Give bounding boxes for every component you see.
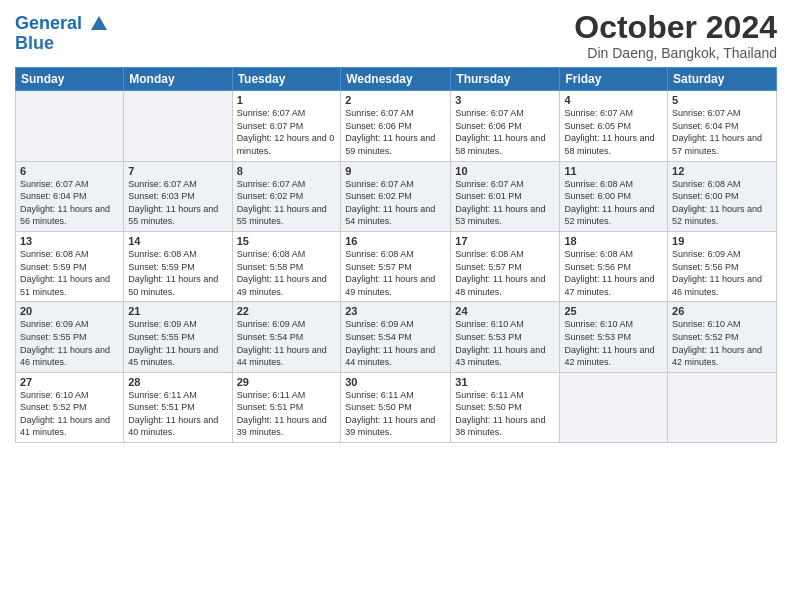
table-row: [124, 91, 232, 161]
day-number: 18: [564, 235, 663, 247]
sun-info: Sunrise: 6:10 AMSunset: 5:52 PMDaylight:…: [672, 318, 772, 368]
day-number: 10: [455, 165, 555, 177]
day-number: 22: [237, 305, 337, 317]
table-row: 13Sunrise: 6:08 AMSunset: 5:59 PMDayligh…: [16, 231, 124, 301]
day-number: 20: [20, 305, 119, 317]
logo-text: General: [15, 14, 109, 34]
table-row: 4Sunrise: 6:07 AMSunset: 6:05 PMDaylight…: [560, 91, 668, 161]
day-number: 27: [20, 376, 119, 388]
sun-info: Sunrise: 6:08 AMSunset: 5:57 PMDaylight:…: [455, 248, 555, 298]
day-number: 8: [237, 165, 337, 177]
logo: General Blue: [15, 14, 109, 54]
table-row: 9Sunrise: 6:07 AMSunset: 6:02 PMDaylight…: [341, 161, 451, 231]
svg-marker-0: [91, 16, 107, 30]
logo-blue: Blue: [15, 34, 109, 54]
table-row: 6Sunrise: 6:07 AMSunset: 6:04 PMDaylight…: [16, 161, 124, 231]
logo-icon: [89, 14, 109, 34]
day-number: 14: [128, 235, 227, 247]
day-number: 28: [128, 376, 227, 388]
col-sunday: Sunday: [16, 68, 124, 91]
page: General Blue October 2024 Din Daeng, Ban…: [0, 0, 792, 612]
sun-info: Sunrise: 6:07 AMSunset: 6:06 PMDaylight:…: [345, 107, 446, 157]
day-number: 24: [455, 305, 555, 317]
location: Din Daeng, Bangkok, Thailand: [574, 45, 777, 61]
calendar-header-row: Sunday Monday Tuesday Wednesday Thursday…: [16, 68, 777, 91]
month-title: October 2024: [574, 10, 777, 45]
sun-info: Sunrise: 6:07 AMSunset: 6:02 PMDaylight:…: [345, 178, 446, 228]
table-row: 19Sunrise: 6:09 AMSunset: 5:56 PMDayligh…: [668, 231, 777, 301]
sun-info: Sunrise: 6:08 AMSunset: 5:57 PMDaylight:…: [345, 248, 446, 298]
sun-info: Sunrise: 6:08 AMSunset: 5:59 PMDaylight:…: [128, 248, 227, 298]
col-tuesday: Tuesday: [232, 68, 341, 91]
sun-info: Sunrise: 6:09 AMSunset: 5:54 PMDaylight:…: [345, 318, 446, 368]
calendar-week-row: 27Sunrise: 6:10 AMSunset: 5:52 PMDayligh…: [16, 372, 777, 442]
table-row: 31Sunrise: 6:11 AMSunset: 5:50 PMDayligh…: [451, 372, 560, 442]
sun-info: Sunrise: 6:09 AMSunset: 5:54 PMDaylight:…: [237, 318, 337, 368]
day-number: 31: [455, 376, 555, 388]
sun-info: Sunrise: 6:08 AMSunset: 6:00 PMDaylight:…: [564, 178, 663, 228]
calendar-week-row: 13Sunrise: 6:08 AMSunset: 5:59 PMDayligh…: [16, 231, 777, 301]
col-monday: Monday: [124, 68, 232, 91]
header: General Blue October 2024 Din Daeng, Ban…: [15, 10, 777, 61]
table-row: 30Sunrise: 6:11 AMSunset: 5:50 PMDayligh…: [341, 372, 451, 442]
table-row: 17Sunrise: 6:08 AMSunset: 5:57 PMDayligh…: [451, 231, 560, 301]
day-number: 11: [564, 165, 663, 177]
table-row: 2Sunrise: 6:07 AMSunset: 6:06 PMDaylight…: [341, 91, 451, 161]
table-row: 27Sunrise: 6:10 AMSunset: 5:52 PMDayligh…: [16, 372, 124, 442]
sun-info: Sunrise: 6:07 AMSunset: 6:06 PMDaylight:…: [455, 107, 555, 157]
sun-info: Sunrise: 6:11 AMSunset: 5:51 PMDaylight:…: [128, 389, 227, 439]
table-row: 29Sunrise: 6:11 AMSunset: 5:51 PMDayligh…: [232, 372, 341, 442]
day-number: 7: [128, 165, 227, 177]
sun-info: Sunrise: 6:10 AMSunset: 5:53 PMDaylight:…: [564, 318, 663, 368]
day-number: 2: [345, 94, 446, 106]
table-row: [668, 372, 777, 442]
table-row: 10Sunrise: 6:07 AMSunset: 6:01 PMDayligh…: [451, 161, 560, 231]
table-row: 22Sunrise: 6:09 AMSunset: 5:54 PMDayligh…: [232, 302, 341, 372]
sun-info: Sunrise: 6:08 AMSunset: 5:58 PMDaylight:…: [237, 248, 337, 298]
sun-info: Sunrise: 6:10 AMSunset: 5:53 PMDaylight:…: [455, 318, 555, 368]
col-wednesday: Wednesday: [341, 68, 451, 91]
table-row: [560, 372, 668, 442]
table-row: 26Sunrise: 6:10 AMSunset: 5:52 PMDayligh…: [668, 302, 777, 372]
table-row: 12Sunrise: 6:08 AMSunset: 6:00 PMDayligh…: [668, 161, 777, 231]
day-number: 1: [237, 94, 337, 106]
sun-info: Sunrise: 6:08 AMSunset: 6:00 PMDaylight:…: [672, 178, 772, 228]
table-row: 14Sunrise: 6:08 AMSunset: 5:59 PMDayligh…: [124, 231, 232, 301]
day-number: 5: [672, 94, 772, 106]
day-number: 21: [128, 305, 227, 317]
calendar-week-row: 1Sunrise: 6:07 AMSunset: 6:07 PMDaylight…: [16, 91, 777, 161]
sun-info: Sunrise: 6:11 AMSunset: 5:50 PMDaylight:…: [345, 389, 446, 439]
day-number: 15: [237, 235, 337, 247]
table-row: 23Sunrise: 6:09 AMSunset: 5:54 PMDayligh…: [341, 302, 451, 372]
table-row: 3Sunrise: 6:07 AMSunset: 6:06 PMDaylight…: [451, 91, 560, 161]
day-number: 13: [20, 235, 119, 247]
table-row: 1Sunrise: 6:07 AMSunset: 6:07 PMDaylight…: [232, 91, 341, 161]
sun-info: Sunrise: 6:07 AMSunset: 6:03 PMDaylight:…: [128, 178, 227, 228]
sun-info: Sunrise: 6:07 AMSunset: 6:07 PMDaylight:…: [237, 107, 337, 157]
day-number: 9: [345, 165, 446, 177]
day-number: 6: [20, 165, 119, 177]
day-number: 16: [345, 235, 446, 247]
col-saturday: Saturday: [668, 68, 777, 91]
col-friday: Friday: [560, 68, 668, 91]
day-number: 4: [564, 94, 663, 106]
calendar-week-row: 6Sunrise: 6:07 AMSunset: 6:04 PMDaylight…: [16, 161, 777, 231]
day-number: 30: [345, 376, 446, 388]
sun-info: Sunrise: 6:10 AMSunset: 5:52 PMDaylight:…: [20, 389, 119, 439]
calendar: Sunday Monday Tuesday Wednesday Thursday…: [15, 67, 777, 443]
sun-info: Sunrise: 6:07 AMSunset: 6:05 PMDaylight:…: [564, 107, 663, 157]
day-number: 26: [672, 305, 772, 317]
table-row: 20Sunrise: 6:09 AMSunset: 5:55 PMDayligh…: [16, 302, 124, 372]
table-row: 25Sunrise: 6:10 AMSunset: 5:53 PMDayligh…: [560, 302, 668, 372]
table-row: 18Sunrise: 6:08 AMSunset: 5:56 PMDayligh…: [560, 231, 668, 301]
calendar-week-row: 20Sunrise: 6:09 AMSunset: 5:55 PMDayligh…: [16, 302, 777, 372]
sun-info: Sunrise: 6:07 AMSunset: 6:04 PMDaylight:…: [20, 178, 119, 228]
sun-info: Sunrise: 6:11 AMSunset: 5:50 PMDaylight:…: [455, 389, 555, 439]
day-number: 17: [455, 235, 555, 247]
table-row: 7Sunrise: 6:07 AMSunset: 6:03 PMDaylight…: [124, 161, 232, 231]
day-number: 19: [672, 235, 772, 247]
sun-info: Sunrise: 6:09 AMSunset: 5:55 PMDaylight:…: [128, 318, 227, 368]
day-number: 3: [455, 94, 555, 106]
sun-info: Sunrise: 6:07 AMSunset: 6:04 PMDaylight:…: [672, 107, 772, 157]
day-number: 23: [345, 305, 446, 317]
